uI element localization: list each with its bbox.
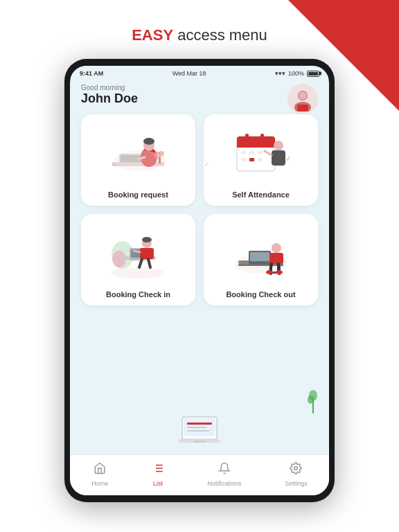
bottom-nav: Home List: [70, 454, 329, 495]
svg-rect-19: [260, 134, 264, 141]
home-icon: [94, 462, 106, 478]
avatar[interactable]: [287, 84, 318, 114]
svg-rect-50: [269, 253, 283, 264]
nav-list[interactable]: List: [145, 461, 171, 488]
card-self-attendance-label: Self Attendance: [232, 190, 290, 199]
svg-point-9: [143, 138, 154, 145]
booking-checkin-illustration: [88, 222, 188, 285]
greeting-section: Good morning John Doe: [81, 84, 318, 106]
gear-icon: [290, 462, 302, 478]
nav-list-label: List: [153, 480, 163, 487]
svg-rect-23: [241, 158, 246, 161]
svg-point-54: [276, 270, 283, 274]
status-time: 9:41 AM: [80, 70, 103, 77]
avatar-illustration: [290, 87, 315, 112]
svg-point-26: [274, 141, 283, 150]
nav-notifications[interactable]: Notifications: [201, 461, 249, 488]
bell-icon: [218, 462, 231, 478]
battery-text: 100%: [288, 70, 304, 77]
svg-rect-27: [272, 150, 285, 166]
svg-line-40: [134, 251, 140, 252]
svg-rect-57: [187, 423, 212, 425]
svg-point-49: [272, 243, 281, 253]
card-booking-request-label: Booking request: [108, 190, 168, 199]
menu-grid: Booking request: [81, 114, 318, 305]
card-booking-request[interactable]: Booking request: [81, 114, 195, 206]
tablet-screen: 9:41 AM Wed Mar 18 ▾▾▾ 100% Good: [70, 66, 329, 495]
deco-plant: [307, 386, 319, 416]
nav-settings[interactable]: Settings: [278, 461, 314, 488]
svg-point-53: [266, 270, 273, 274]
nav-notifications-label: Notifications: [208, 480, 242, 487]
svg-rect-20: [241, 151, 246, 154]
card-booking-checkout[interactable]: Booking Check out: [204, 214, 318, 305]
card-booking-checkin[interactable]: Booking Check in: [81, 214, 195, 305]
nav-home-label: Home: [91, 480, 108, 487]
nav-settings-label: Settings: [285, 480, 308, 487]
svg-point-29: [112, 267, 164, 278]
self-attendance-illustration: [211, 123, 311, 185]
card-self-attendance[interactable]: Self Attendance: [204, 114, 318, 206]
svg-line-38: [148, 259, 150, 267]
svg-point-2: [299, 91, 307, 100]
status-right: ▾▾▾ 100%: [275, 70, 319, 77]
svg-rect-25: [258, 158, 263, 161]
svg-rect-18: [245, 134, 249, 141]
svg-rect-3: [297, 105, 308, 112]
list-icon: [152, 462, 164, 478]
deco-bird2: ✓: [204, 161, 209, 168]
status-bar: 9:41 AM Wed Mar 18 ▾▾▾ 100%: [70, 66, 329, 78]
svg-point-14: [114, 150, 166, 171]
status-date: Wed Mar 18: [172, 70, 206, 77]
svg-rect-58: [187, 427, 206, 428]
header-easy: EASY: [132, 26, 173, 44]
card-booking-checkin-label: Booking Check in: [106, 290, 170, 299]
battery-icon: [307, 71, 319, 77]
booking-checkout-illustration: [211, 222, 311, 285]
greeting-sub: Good morning: [81, 84, 318, 91]
wifi-icon: ▾▾▾: [275, 70, 285, 77]
deco-bird1: ✓: [285, 154, 292, 162]
svg-rect-36: [140, 248, 154, 259]
nav-home[interactable]: Home: [85, 461, 115, 488]
tablet-device: 9:41 AM Wed Mar 18 ▾▾▾ 100% Good: [64, 59, 335, 502]
svg-point-64: [308, 396, 313, 404]
svg-point-39: [142, 237, 152, 242]
svg-rect-17: [237, 142, 275, 148]
card-booking-checkout-label: Booking Check out: [226, 290, 295, 299]
floating-laptop: [179, 416, 220, 447]
svg-rect-59: [187, 430, 209, 432]
header-rest: access menu: [173, 26, 267, 44]
greeting-name: John Doe: [81, 91, 318, 106]
svg-rect-24: [249, 158, 254, 161]
app-content: Good morning John Doe: [70, 78, 329, 454]
svg-rect-61: [194, 441, 205, 443]
svg-rect-45: [250, 252, 269, 261]
svg-rect-21: [249, 151, 254, 154]
svg-point-71: [294, 467, 298, 470]
booking-request-illustration: [88, 123, 188, 185]
svg-rect-22: [258, 151, 263, 154]
